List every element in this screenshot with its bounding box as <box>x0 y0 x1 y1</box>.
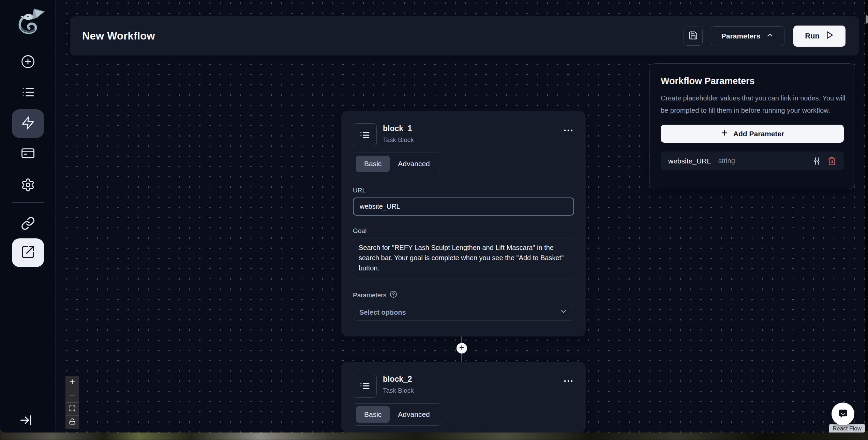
parameter-type: string <box>718 157 812 165</box>
zoom-out-button[interactable] <box>65 389 79 402</box>
sliders-icon[interactable] <box>812 157 821 166</box>
plus-icon <box>720 129 729 139</box>
tab-basic[interactable]: Basic <box>356 406 390 423</box>
parameters-select[interactable]: Select options <box>353 304 574 321</box>
arrow-to-bar-icon <box>19 423 34 429</box>
sidebar-item-create[interactable] <box>12 48 44 77</box>
sidebar-item-billing[interactable] <box>12 140 44 168</box>
credit-card-icon <box>21 146 35 162</box>
chevron-down-icon <box>559 308 568 317</box>
panel-title: Workflow Parameters <box>661 76 844 87</box>
link-icon <box>21 216 35 232</box>
scrollbar-thumb[interactable] <box>866 15 868 23</box>
parameter-name: website_URL <box>668 157 711 165</box>
parameters-field-label-text: Parameters <box>353 292 386 299</box>
lock-toggle-button[interactable] <box>65 416 79 429</box>
sidebar-item-workflows[interactable] <box>12 109 44 138</box>
task-block-node-2[interactable]: block_2 Task Block Basic Advanced <box>341 362 586 433</box>
block-type-label: Task Block <box>383 136 414 144</box>
fit-view-button[interactable] <box>65 403 79 415</box>
sidebar-item-external[interactable] <box>12 238 44 267</box>
plus-icon <box>459 344 465 352</box>
ellipsis-menu-icon[interactable] <box>563 375 574 388</box>
add-parameter-label: Add Parameter <box>733 130 784 138</box>
block-title: block_2 <box>383 375 414 384</box>
sidebar <box>0 0 56 433</box>
window-scrollbar[interactable] <box>865 0 868 433</box>
trash-icon[interactable] <box>827 157 836 166</box>
lightning-icon <box>21 116 35 131</box>
ellipsis-menu-icon[interactable] <box>563 125 574 138</box>
zoom-in-button[interactable] <box>65 376 79 389</box>
block-2-tabs: Basic Advanced <box>353 403 441 426</box>
add-parameter-button[interactable]: Add Parameter <box>661 125 844 143</box>
external-link-icon <box>21 245 35 261</box>
plus-icon <box>69 378 76 387</box>
tab-basic[interactable]: Basic <box>356 156 390 172</box>
chat-launcher-button[interactable] <box>832 403 854 425</box>
play-icon <box>825 31 834 42</box>
parameters-toggle-label: Parameters <box>721 32 760 40</box>
page-title: New Workflow <box>82 30 684 42</box>
tab-advanced[interactable]: Advanced <box>390 406 438 423</box>
sidebar-item-runs[interactable] <box>12 79 44 107</box>
workflow-canvas[interactable]: New Workflow Parameters <box>57 0 868 433</box>
chat-bubble-icon <box>837 407 849 421</box>
tab-advanced[interactable]: Advanced <box>390 156 438 172</box>
goal-textarea[interactable]: Search for "REFY Lash Sculpt Lengthen an… <box>353 238 574 279</box>
block-1-header: block_1 Task Block <box>353 123 574 147</box>
parameters-select-placeholder: Select options <box>359 309 559 316</box>
url-input[interactable] <box>353 198 574 216</box>
gear-icon <box>21 178 35 193</box>
panel-description: Create placeholder values that you can l… <box>661 92 847 116</box>
task-block-node-1[interactable]: block_1 Task Block Basic Advanced URL Go <box>341 111 586 336</box>
block-2-header: block_2 Task Block <box>353 374 574 398</box>
url-field-label: URL <box>353 187 574 194</box>
parameter-row: website_URL string <box>661 152 844 170</box>
parameters-field-label: Parameters <box>353 290 574 300</box>
goal-field-label: Goal <box>353 227 574 235</box>
minus-icon <box>69 392 76 400</box>
skyvern-dragon-logo <box>13 5 47 39</box>
fit-view-icon <box>69 405 76 413</box>
block-title: block_1 <box>383 124 414 133</box>
app-window: New Workflow Parameters <box>0 0 868 433</box>
save-icon <box>688 31 698 42</box>
add-node-button[interactable] <box>457 343 467 353</box>
parameters-toggle-button[interactable]: Parameters <box>711 26 784 46</box>
workflow-parameters-panel: Workflow Parameters Create placeholder v… <box>649 63 855 189</box>
sidebar-item-integrations[interactable] <box>12 210 44 238</box>
sidebar-divider <box>12 202 44 203</box>
workflow-header: New Workflow Parameters <box>70 16 859 56</box>
react-flow-attribution: React Flow <box>829 424 865 433</box>
canvas-zoom-controls <box>65 376 79 429</box>
screen: New Workflow Parameters <box>0 0 868 440</box>
sidebar-collapse-button[interactable] <box>19 413 34 429</box>
help-circle-icon[interactable] <box>390 290 397 300</box>
unlock-icon <box>69 418 76 426</box>
block-type-label: Task Block <box>383 387 414 394</box>
sidebar-item-settings[interactable] <box>12 171 44 200</box>
task-block-icon <box>353 374 377 398</box>
run-button[interactable]: Run <box>793 26 845 47</box>
run-button-label: Run <box>805 32 820 41</box>
task-block-icon <box>353 123 377 147</box>
list-icon <box>21 85 35 101</box>
plus-circle-icon <box>21 54 35 70</box>
chevron-up-icon <box>766 31 774 41</box>
save-button[interactable] <box>684 27 703 46</box>
block-1-tabs: Basic Advanced <box>353 153 441 175</box>
